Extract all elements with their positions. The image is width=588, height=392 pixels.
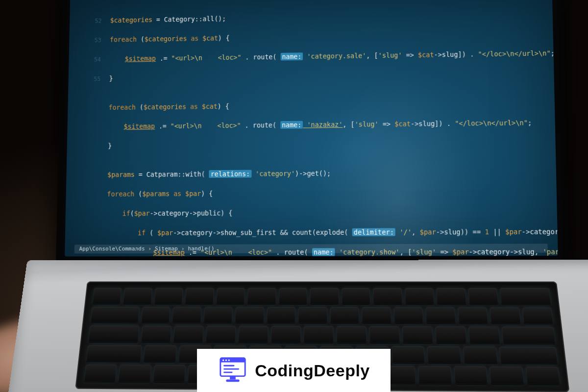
key[interactable]	[91, 307, 140, 323]
key[interactable]	[468, 288, 498, 304]
key[interactable]	[185, 288, 214, 304]
key[interactable]	[502, 327, 555, 344]
key[interactable]	[427, 346, 461, 364]
key[interactable]	[522, 307, 553, 324]
key[interactable]	[436, 327, 467, 343]
key[interactable]	[500, 288, 551, 304]
code-token: .=	[156, 54, 172, 62]
code-token: ) {	[201, 190, 213, 197]
key[interactable]	[247, 288, 276, 304]
named-arg-badge: name:	[280, 52, 303, 60]
code-token: foreach	[107, 190, 134, 198]
code-token: 'nazakaz'	[303, 121, 343, 129]
code-token: 'category'	[251, 170, 295, 177]
key[interactable]	[463, 346, 497, 364]
key[interactable]	[418, 367, 452, 384]
key[interactable]	[426, 307, 456, 324]
code-token: )) ==	[460, 228, 485, 236]
key[interactable]	[393, 307, 423, 324]
code-token: $cat	[202, 102, 218, 110]
keyboard-row	[88, 326, 555, 344]
key[interactable]	[216, 288, 245, 304]
code-token: =	[135, 171, 147, 178]
key[interactable]	[392, 346, 425, 364]
key[interactable]	[436, 288, 466, 304]
key[interactable]	[144, 345, 177, 363]
code-token: category	[530, 228, 558, 236]
key[interactable]	[337, 326, 367, 343]
key[interactable]	[490, 367, 524, 385]
key[interactable]	[342, 288, 370, 304]
code-token: ::	[195, 15, 203, 23]
key[interactable]	[330, 307, 359, 323]
key[interactable]	[123, 288, 153, 304]
code-token: explode	[316, 228, 344, 236]
code-token: ]) .	[458, 50, 478, 58]
key[interactable]	[490, 307, 521, 324]
key[interactable]	[88, 326, 139, 343]
key[interactable]	[154, 288, 183, 304]
key[interactable]	[369, 326, 400, 343]
key[interactable]	[402, 326, 433, 343]
key[interactable]	[206, 326, 236, 343]
key[interactable]	[235, 307, 264, 323]
code-token: if	[138, 229, 146, 237]
code-token: (	[137, 35, 145, 43]
key[interactable]	[238, 326, 268, 343]
code-token: $par	[505, 228, 522, 236]
code-token: category	[158, 209, 189, 217]
code-token: $cat	[418, 51, 434, 59]
key[interactable]	[373, 288, 402, 304]
key[interactable]	[298, 307, 327, 323]
code-token: =	[152, 16, 164, 24]
key[interactable]	[141, 307, 171, 323]
code-token: (	[130, 209, 134, 217]
svg-rect-9	[226, 379, 240, 382]
key[interactable]	[84, 365, 117, 382]
line-number: 55	[87, 74, 100, 84]
code-token: 'category.sale'	[303, 52, 366, 60]
code-editor-content[interactable]: 52$categories = Category::all(); 53forea…	[83, 0, 553, 256]
code-token: ->	[436, 228, 444, 236]
key[interactable]	[93, 288, 122, 304]
key[interactable]	[173, 326, 204, 343]
key[interactable]	[525, 367, 560, 385]
key[interactable]	[458, 307, 488, 324]
code-token: .	[241, 122, 253, 129]
code-token: "<url>\n <loc>"	[171, 53, 241, 62]
key[interactable]	[267, 307, 295, 323]
code-token: $cat	[202, 34, 218, 42]
key[interactable]	[499, 346, 558, 364]
code-token: (	[312, 228, 316, 236]
key[interactable]	[468, 327, 500, 343]
key[interactable]	[86, 345, 142, 362]
key[interactable]	[204, 307, 233, 323]
code-token: ->	[434, 50, 442, 58]
code-token: =>	[402, 51, 418, 59]
watermark-text: CodingDeeply	[255, 361, 370, 380]
code-token: count	[292, 228, 312, 236]
key[interactable]	[119, 365, 151, 382]
code-token: (	[344, 228, 352, 236]
code-token: as	[170, 190, 185, 197]
code-token: (	[136, 103, 144, 111]
key[interactable]	[172, 307, 202, 323]
breadcrumb-statusbar[interactable]: App\Console\Commands › Sitemap › handle(…	[74, 244, 548, 253]
key[interactable]	[362, 307, 391, 324]
key[interactable]	[310, 288, 339, 304]
key[interactable]	[405, 288, 434, 304]
code-token: category	[181, 229, 213, 237]
code-token: slug	[418, 120, 435, 127]
code-token: show_sub_first	[220, 228, 276, 236]
key[interactable]	[271, 326, 301, 343]
key[interactable]	[279, 288, 307, 304]
key[interactable]	[141, 326, 172, 343]
key[interactable]	[304, 326, 334, 343]
code-token: (	[146, 229, 157, 237]
line-number: 52	[88, 16, 101, 26]
key[interactable]	[153, 365, 186, 382]
editor-screen[interactable]: 52$categories = Category::all(); 53forea…	[65, 0, 558, 256]
code-token: .=	[155, 122, 171, 130]
key[interactable]	[454, 367, 488, 384]
code-token: ;	[528, 119, 532, 126]
